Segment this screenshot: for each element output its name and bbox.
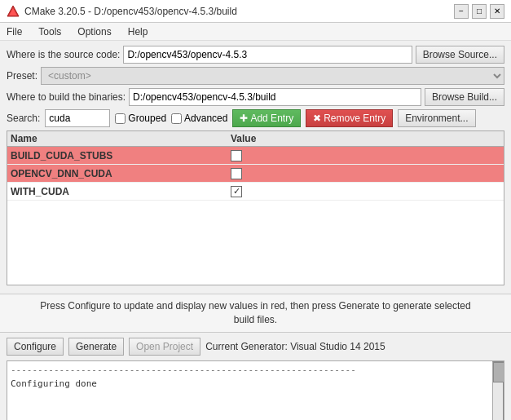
window-title: CMake 3.20.5 - D:/opencv453/opencv-4.5.3… [24, 6, 449, 17]
source-row: Where is the source code: Browse Source.… [7, 46, 504, 64]
remove-icon: ✖ [313, 113, 321, 124]
value-column-header: Value [231, 133, 500, 144]
output-area[interactable]: ----------------------------------------… [7, 360, 504, 420]
row-value [231, 150, 500, 161]
row-name: BUILD_CUDA_STUBS [11, 150, 231, 161]
browse-source-button[interactable]: Browse Source... [416, 46, 504, 64]
search-input[interactable] [45, 109, 110, 127]
main-content: Where is the source code: Browse Source.… [0, 41, 511, 290]
info-bar: Press Configure to update and display ne… [0, 294, 511, 333]
close-button[interactable]: ✕ [490, 4, 504, 19]
grouped-checkbox[interactable] [115, 113, 126, 124]
grouped-label: Grouped [128, 113, 166, 124]
cmake-logo [7, 5, 20, 18]
separator-line: ----------------------------------------… [11, 365, 500, 375]
advanced-label: Advanced [184, 113, 227, 124]
name-column-header: Name [11, 133, 231, 144]
search-row: Search: Grouped Advanced ✚Add Entry ✖Rem… [7, 109, 504, 127]
scrollbar-thumb[interactable] [493, 362, 504, 382]
generate-button[interactable]: Generate [68, 338, 124, 356]
preset-select[interactable]: <custom> [41, 67, 504, 85]
title-bar: CMake 3.20.5 - D:/opencv453/opencv-4.5.3… [0, 0, 511, 23]
maximize-button[interactable]: □ [472, 4, 487, 19]
source-input[interactable] [123, 46, 412, 64]
output-scrollbar[interactable] [492, 361, 504, 420]
add-icon: ✚ [240, 113, 248, 124]
search-label: Search: [7, 113, 40, 124]
preset-label: Preset: [7, 70, 37, 82]
output-line: Configuring done [11, 378, 500, 389]
menu-tools[interactable]: Tools [35, 24, 64, 39]
advanced-checkbox-label[interactable]: Advanced [171, 113, 227, 124]
build-input[interactable] [129, 88, 421, 106]
info-text-line2: build files. [234, 314, 277, 325]
row-value: ✓ [231, 186, 500, 197]
configuring-done-text: Configuring done [11, 378, 97, 389]
open-project-button[interactable]: Open Project [129, 338, 200, 356]
menu-help[interactable]: Help [125, 24, 152, 39]
build-row: Where to build the binaries: Browse Buil… [7, 88, 504, 106]
generator-text: Current Generator: Visual Studio 14 2015 [205, 341, 385, 352]
table-row[interactable]: BUILD_CUDA_STUBS [7, 147, 504, 165]
table-row[interactable]: OPENCV_DNN_CUDA [7, 165, 504, 183]
entries-table: Name Value BUILD_CUDA_STUBS OPENCV_DNN_C… [7, 130, 504, 285]
action-row: Configure Generate Open Project Current … [0, 333, 511, 360]
info-text-line1: Press Configure to update and display ne… [40, 300, 470, 312]
remove-entry-button[interactable]: ✖Remove Entry [306, 109, 393, 127]
window-controls: − □ ✕ [454, 4, 504, 19]
environment-button[interactable]: Environment... [398, 109, 475, 127]
menu-file[interactable]: File [3, 24, 25, 39]
configure-button[interactable]: Configure [7, 338, 64, 356]
row-name: WITH_CUDA [11, 186, 231, 197]
grouped-checkbox-label[interactable]: Grouped [115, 113, 166, 124]
table-row[interactable]: WITH_CUDA ✓ [7, 183, 504, 201]
menu-options[interactable]: Options [74, 24, 114, 39]
row-checkbox[interactable] [231, 150, 242, 161]
row-value [231, 168, 500, 179]
build-label: Where to build the binaries: [7, 91, 126, 103]
source-label: Where is the source code: [7, 49, 120, 60]
row-checkbox[interactable]: ✓ [231, 186, 242, 197]
preset-row: Preset: <custom> [7, 67, 504, 85]
menu-bar: File Tools Options Help [0, 23, 511, 41]
row-checkbox[interactable] [231, 168, 242, 179]
table-header: Name Value [7, 131, 504, 147]
browse-build-button[interactable]: Browse Build... [425, 88, 504, 106]
output-wrapper: ----------------------------------------… [0, 360, 511, 420]
add-entry-button[interactable]: ✚Add Entry [232, 109, 301, 127]
row-name: OPENCV_DNN_CUDA [11, 168, 231, 179]
advanced-checkbox[interactable] [171, 113, 182, 124]
minimize-button[interactable]: − [454, 4, 469, 19]
